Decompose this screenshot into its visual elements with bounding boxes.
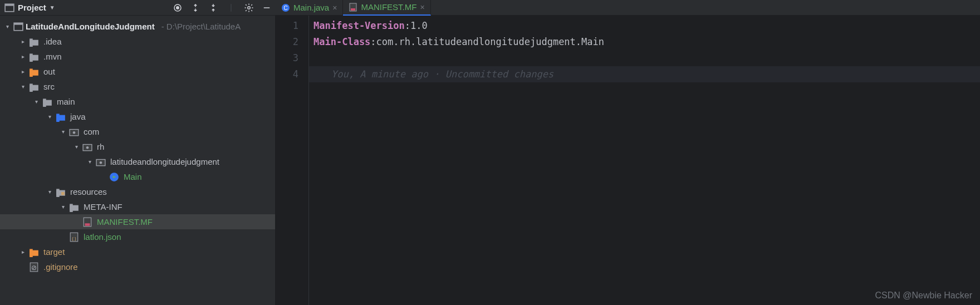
tree-node-main[interactable]: ▾ main [0,94,275,109]
source-folder-icon [56,112,66,122]
tree-node-java[interactable]: ▾ java [0,109,275,124]
project-icon [13,22,23,32]
tree-node-latlon[interactable]: { } latlon.json [0,229,275,244]
project-icon [4,3,14,13]
chevron-down-icon[interactable]: ▼ [50,4,55,11]
tree-node-manifest[interactable]: MANIFEST.MF [0,214,275,229]
folder-icon [29,247,39,257]
code-line[interactable]: Manifest-Version: 1.0 [313,18,980,34]
tree-node-com[interactable]: ▾ com [0,124,275,139]
git-blame-annotation: You, A minute ago · Uncommitted changes [309,66,980,82]
code-line[interactable] [313,50,980,66]
folder-icon [29,82,39,92]
svg-text:{ }: { } [72,235,76,240]
folder-icon [29,67,39,77]
watermark: CSDN @Newbie Hacker [875,291,972,301]
manifest-file-icon [82,217,92,227]
tab-main-java[interactable]: C Main.java × [276,0,343,16]
chevron-down-icon[interactable]: ▾ [19,83,27,90]
gutter: 1 2 3 4 [276,16,309,305]
chevron-right-icon[interactable]: ▸ [19,53,27,60]
close-icon[interactable]: × [332,3,337,12]
chevron-right-icon[interactable]: ▸ [19,38,27,45]
tree-node-mvn[interactable]: ▸ .mvn [0,49,275,64]
svg-rect-14 [30,40,38,45]
svg-point-28 [86,146,89,149]
json-file-icon: { } [69,232,79,242]
chevron-down-icon[interactable]: ▾ [72,144,80,150]
close-icon[interactable]: × [420,3,424,12]
tree-node-out[interactable]: ▸ out [0,64,275,79]
hide-icon[interactable] [258,0,276,16]
tree-node-main-class[interactable]: Main [0,169,275,184]
svg-rect-16 [30,55,38,60]
package-icon [69,127,79,137]
java-class-icon: C [281,3,290,12]
package-icon [82,142,92,152]
java-class-icon [109,172,119,182]
tree-root[interactable]: ▾ LatitudeAndLongitudeJudgment - D:\Proj… [0,19,275,34]
svg-rect-18 [30,70,38,75]
tree-node-metainf[interactable]: ▾ META-INF [0,199,275,214]
line-number: 2 [276,34,298,50]
divider-icon [222,0,240,16]
chevron-down-icon[interactable]: ▾ [32,99,40,105]
svg-rect-43 [30,263,38,272]
svg-point-30 [100,161,102,164]
editor-tabs: C Main.java × MANIFEST.MF × [276,0,980,16]
chevron-down-icon[interactable]: ▾ [46,189,53,195]
svg-point-3 [177,6,179,9]
svg-rect-20 [30,85,38,90]
tree-node-src[interactable]: ▾ src [0,79,275,94]
project-tree: ▾ LatitudeAndLongitudeJudgment - D:\Proj… [0,16,276,305]
folder-icon [42,97,52,107]
manifest-file-icon [349,3,357,12]
chevron-down-icon[interactable]: ▾ [3,23,11,29]
chevron-down-icon[interactable]: ▾ [86,159,94,165]
root-label: LatitudeAndLongitudeJudgment [26,22,155,31]
tree-node-package[interactable]: ▾ latitudeandlongitudejudgment [0,154,275,169]
svg-text:C: C [283,5,287,11]
svg-rect-10 [351,8,355,11]
svg-rect-38 [85,223,90,226]
tree-node-rh[interactable]: ▾ rh [0,139,275,154]
line-number: 4 [276,66,298,82]
tab-manifest-mf[interactable]: MANIFEST.MF × [343,0,430,16]
chevron-down-icon[interactable]: ▾ [59,129,67,135]
svg-point-5 [248,6,251,9]
package-icon [96,157,106,167]
svg-rect-1 [5,4,14,6]
folder-icon [29,37,39,47]
chevron-down-icon[interactable]: ▾ [59,204,67,210]
tab-label: MANIFEST.MF [361,2,416,12]
folder-icon [69,202,79,212]
svg-rect-12 [14,23,23,24]
tree-node-target[interactable]: ▸ target [0,244,275,259]
resources-folder-icon [56,187,66,197]
tab-label: Main.java [293,3,329,12]
chevron-right-icon[interactable]: ▸ [19,68,27,75]
root-path: - D:\Project\LatitudeA [161,22,241,31]
chevron-right-icon[interactable]: ▸ [19,249,27,255]
chevron-down-icon[interactable]: ▾ [46,114,53,120]
svg-rect-42 [30,250,38,255]
code-area[interactable]: Manifest-Version: 1.0 Main-Class: com.rh… [309,16,980,305]
svg-rect-22 [43,100,52,105]
collapse-all-icon[interactable] [204,0,222,16]
tool-title[interactable]: Project [18,3,46,12]
svg-point-26 [73,131,76,134]
gitignore-file-icon [29,262,39,272]
code-line[interactable]: Main-Class: com.rh.latitudeandlongitudej… [313,34,980,50]
project-tool-header: Project ▼ [0,0,276,16]
folder-icon [29,52,39,62]
tree-node-resources[interactable]: ▾ resources [0,184,275,199]
svg-rect-36 [70,205,79,210]
select-opened-file-icon[interactable] [169,0,187,16]
gear-icon[interactable] [240,0,258,16]
tree-node-gitignore[interactable]: .gitignore [0,259,275,274]
editor[interactable]: 1 2 3 4 Manifest-Version: 1.0 Main-Class… [276,16,980,305]
line-number: 1 [276,18,298,34]
expand-all-icon[interactable] [187,0,204,16]
svg-rect-34 [61,192,65,195]
tree-node-idea[interactable]: ▸ .idea [0,34,275,49]
